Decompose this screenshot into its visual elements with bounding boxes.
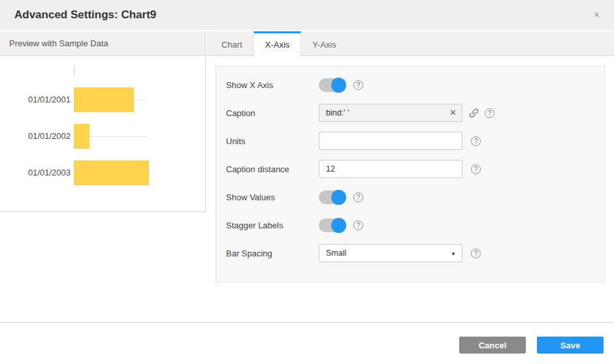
field-label: Show Values (226, 192, 319, 202)
dialog-title: Advanced Settings: Chart9 (14, 8, 156, 22)
link-icon[interactable] (468, 108, 479, 119)
form-row-units: Units ? (226, 132, 604, 150)
field-label: Units (226, 136, 319, 146)
help-icon[interactable]: ? (471, 164, 481, 174)
caption-distance-input[interactable] (319, 160, 462, 178)
axis-tick (74, 66, 74, 76)
tab-x-axis[interactable]: X-Axis (253, 31, 302, 56)
tab-chart[interactable]: Chart (210, 31, 253, 55)
field-label: Caption distance (226, 164, 319, 174)
show-x-axis-toggle[interactable] (319, 78, 345, 92)
caption-input[interactable] (319, 104, 462, 122)
toggle-thumb (331, 218, 346, 233)
bar (74, 124, 89, 149)
units-input[interactable] (319, 132, 462, 150)
stagger-labels-toggle[interactable] (319, 219, 345, 232)
advanced-settings-dialog: Advanced Settings: Chart9 × Preview with… (0, 0, 614, 364)
dropdown-arrow-icon: ▼ (451, 251, 456, 257)
toggle-thumb (331, 78, 346, 93)
close-icon[interactable]: × (594, 8, 600, 22)
help-icon[interactable]: ? (353, 80, 363, 90)
show-values-toggle[interactable] (319, 190, 345, 204)
bar-label: 01/01/2002 (0, 131, 71, 141)
bar (74, 160, 149, 185)
field-label: Bar Spacing (226, 249, 319, 258)
field-label: Stagger Labels (226, 220, 319, 230)
help-icon[interactable]: ? (353, 192, 363, 202)
tab-bar: Chart X-Axis Y-Axis (206, 31, 614, 56)
preview-header: Preview with Sample Data (0, 31, 206, 56)
tab-y-axis[interactable]: Y-Axis (301, 31, 347, 55)
field-label: Show X Axis (226, 80, 319, 90)
form-row-show-values: Show Values ? (226, 188, 604, 206)
form-row-caption: Caption ✕ ? (226, 104, 604, 122)
bar (74, 87, 134, 112)
caption-input-wrap: ✕ (319, 104, 462, 122)
cancel-button[interactable]: Cancel (459, 337, 526, 354)
footer-divider (0, 322, 614, 323)
selected-option: Small (326, 249, 346, 258)
clear-icon[interactable]: ✕ (449, 108, 457, 118)
help-icon[interactable]: ? (485, 108, 494, 118)
x-axis-settings-card: Show X Axis ? Caption ✕ ? Units ? Captio… (216, 66, 605, 282)
help-icon[interactable]: ? (353, 220, 363, 230)
preview-header-label: Preview with Sample Data (9, 38, 108, 48)
bar-label: 01/01/2001 (0, 95, 71, 104)
dialog-header: Advanced Settings: Chart9 × (0, 0, 614, 31)
chart-preview: 01/01/2001 01/01/2002 01/01/2003 (0, 57, 206, 212)
toggle-thumb (331, 190, 346, 205)
save-button[interactable]: Save (537, 337, 604, 354)
help-icon[interactable]: ? (471, 249, 481, 258)
form-row-show-x-axis: Show X Axis ? (226, 76, 604, 94)
bar-label: 01/01/2003 (0, 168, 71, 177)
bar-spacing-select[interactable]: Small ▼ (319, 244, 462, 262)
field-label: Caption (226, 108, 319, 118)
form-row-stagger-labels: Stagger Labels ? (226, 216, 604, 234)
help-icon[interactable]: ? (471, 136, 481, 146)
form-row-bar-spacing: Bar Spacing Small ▼ ? (226, 244, 604, 262)
form-row-caption-distance: Caption distance ? (226, 160, 604, 178)
